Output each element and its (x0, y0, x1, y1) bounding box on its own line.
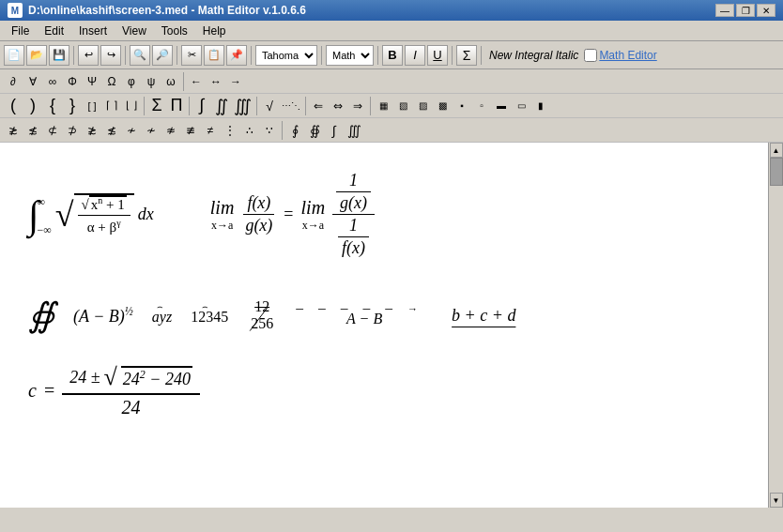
sym-psi-lower[interactable]: ψ (142, 72, 161, 91)
sym-pi[interactable]: Π (167, 97, 186, 115)
sym-contour2[interactable]: ∯ (305, 121, 324, 140)
arc-ayz: ⌢ ayz (152, 301, 172, 329)
sym-matrix2[interactable]: ▧ (393, 97, 412, 115)
equals-sign: = (284, 205, 293, 224)
math-editor-link[interactable]: Math Editor (599, 49, 656, 62)
sym-right-arrow[interactable]: → (226, 72, 245, 91)
arrow-ab: ─────→ A − B (296, 303, 433, 327)
restore-button[interactable]: ❐ (736, 4, 755, 17)
menu-view[interactable]: View (115, 23, 154, 39)
sym-because[interactable]: ∵ (260, 121, 279, 140)
sym-rel3[interactable]: ⊄ (43, 121, 62, 140)
sym-matrix9[interactable]: ▮ (531, 97, 550, 115)
menu-bar: File Edit Insert View Tools Help (0, 21, 783, 41)
sym-rel1[interactable]: ≵ (4, 121, 23, 140)
new-integral-checkbox[interactable] (584, 49, 597, 62)
sym-bracket-combo2[interactable]: ⌈ ⌉ (102, 97, 121, 115)
menu-help[interactable]: Help (195, 23, 234, 39)
undo-button[interactable]: ↩ (78, 45, 99, 66)
sym-rel10[interactable]: ≢ (181, 121, 200, 140)
sym-omega-upper[interactable]: Ω (102, 72, 121, 91)
sym-dots[interactable]: ⋯⋱ (280, 97, 302, 115)
sym-brace-left[interactable]: { (43, 97, 62, 115)
sym-bracket-combo1[interactable]: [ ] (83, 97, 101, 115)
sym-psi-upper[interactable]: Ψ (83, 72, 101, 91)
sym-matrix5[interactable]: ▪ (453, 97, 471, 115)
sym-therefore[interactable]: ∴ (240, 121, 259, 140)
sym-matrix6[interactable]: ▫ (472, 97, 491, 115)
paste-button[interactable]: 📌 (226, 45, 247, 66)
zoom-in-button[interactable]: 🔍 (130, 45, 150, 66)
sym-sqrt[interactable]: √ (260, 97, 279, 115)
toolbar-sep4 (251, 46, 252, 65)
sym-integral-double[interactable]: ∬ (212, 97, 231, 115)
sym-infinity[interactable]: ∞ (43, 72, 62, 91)
sym-rel9[interactable]: ≉ (161, 121, 180, 140)
menu-file[interactable]: File (4, 23, 37, 39)
style-selector[interactable]: Math (326, 45, 374, 66)
cut-button[interactable]: ✂ (181, 45, 202, 66)
close-button[interactable]: ✕ (757, 4, 775, 17)
sym-matrix8[interactable]: ▭ (512, 97, 530, 115)
vertical-scrollbar[interactable]: ▲ ▼ (768, 143, 783, 508)
sym-bidir-arrow[interactable]: ↔ (207, 72, 225, 91)
sym-rel5[interactable]: ≵ (83, 121, 101, 140)
sym-brace-right[interactable]: } (63, 97, 82, 115)
scroll-up-button[interactable]: ▲ (770, 143, 783, 158)
strike-fraction: 12 256 (247, 298, 277, 332)
bold-button[interactable]: B (382, 45, 403, 66)
sym-left-arrow[interactable]: ← (187, 72, 206, 91)
sigma-button[interactable]: Σ (456, 45, 477, 66)
sym-sigma[interactable]: Σ (147, 97, 166, 115)
save-button[interactable]: 💾 (49, 45, 69, 66)
sym-phi-upper[interactable]: Φ (63, 72, 82, 91)
sym-paren-left[interactable]: ( (4, 97, 23, 115)
sym-dots2[interactable]: ⋮ (221, 121, 239, 140)
toolbar-sep3 (177, 46, 177, 65)
minimize-button[interactable]: — (715, 4, 734, 17)
italic-button[interactable]: I (405, 45, 425, 66)
new-button[interactable]: 📄 (4, 45, 24, 66)
sym-matrix3[interactable]: ▨ (413, 97, 432, 115)
sym-double-right-arrow[interactable]: ⇒ (348, 97, 367, 115)
sym-forall[interactable]: ∀ (23, 72, 42, 91)
font-selector[interactable]: Tahoma (255, 45, 317, 66)
sym-rel11[interactable]: ≠ (201, 121, 220, 140)
sym-paren-right[interactable]: ) (23, 97, 42, 115)
underline-button[interactable]: U (427, 45, 448, 66)
sym-rel8[interactable]: ≁ (142, 121, 161, 140)
sym-omega-lower[interactable]: ω (161, 72, 180, 91)
sym-double-left-arrow[interactable]: ⇐ (309, 97, 328, 115)
redo-button[interactable]: ↪ (100, 45, 121, 66)
sym-phi-lower[interactable]: φ (122, 72, 141, 91)
sym-matrix7[interactable]: ▬ (492, 97, 511, 115)
sym-rel7[interactable]: ≁ (122, 121, 141, 140)
sym-integral-single[interactable]: ∫ (192, 97, 211, 115)
scroll-track[interactable] (769, 158, 783, 493)
sym-bracket-combo3[interactable]: ⌊ ⌋ (122, 97, 141, 115)
scroll-thumb[interactable] (770, 158, 783, 186)
sym-rel4[interactable]: ⊅ (63, 121, 82, 140)
sym-rel2[interactable]: ≴ (23, 121, 42, 140)
sym-partial[interactable]: ∂ (4, 72, 23, 91)
sym-matrix4[interactable]: ▩ (433, 97, 452, 115)
sym-integral-triple[interactable]: ∭ (232, 97, 253, 115)
inner-numerator: √xn + 1 (78, 195, 130, 216)
sym-contour4[interactable]: ∭ (345, 121, 363, 140)
sym-contour3[interactable]: ∫ (325, 121, 344, 140)
scroll-down-button[interactable]: ▼ (770, 493, 783, 508)
integral-expression: ∫ ∞ −∞ √ √xn + 1 α + (28, 193, 154, 236)
editor-area[interactable]: ∫ ∞ −∞ √ √xn + 1 α + (0, 143, 768, 508)
window-controls: — ❐ ✕ (715, 4, 775, 17)
zoom-out-button[interactable]: 🔎 (152, 45, 173, 66)
open-button[interactable]: 📂 (26, 45, 47, 66)
menu-edit[interactable]: Edit (37, 23, 71, 39)
window-title: D:\online\kashif\screen-3.med - Math Edi… (28, 4, 306, 17)
sym-double-bidir-arrow[interactable]: ⇔ (329, 97, 347, 115)
copy-button[interactable]: 📋 (204, 45, 224, 66)
menu-insert[interactable]: Insert (71, 23, 115, 39)
sym-contour1[interactable]: ∮ (285, 121, 304, 140)
sym-rel6[interactable]: ≴ (102, 121, 121, 140)
sym-matrix1[interactable]: ▦ (374, 97, 392, 115)
menu-tools[interactable]: Tools (154, 23, 195, 39)
